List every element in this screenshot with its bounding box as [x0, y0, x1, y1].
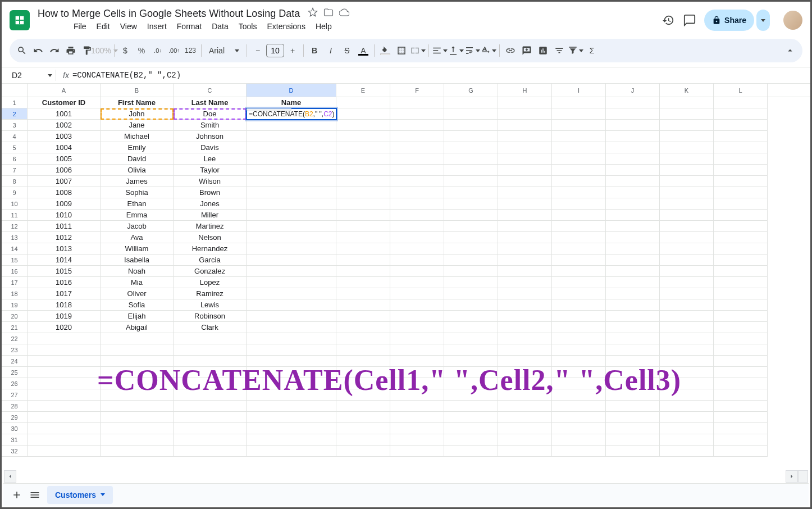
cell-H1[interactable]	[498, 97, 552, 108]
cell-G16[interactable]	[444, 266, 498, 277]
cell-C32[interactable]	[174, 446, 247, 457]
filter-button[interactable]	[551, 42, 567, 59]
column-header-H[interactable]: H	[498, 84, 552, 97]
cell-A2[interactable]: 1001	[28, 108, 101, 120]
row-header[interactable]: 22	[2, 333, 28, 344]
cell-F27[interactable]	[390, 389, 444, 401]
row-header[interactable]: 20	[2, 311, 28, 322]
row-header[interactable]: 7	[2, 165, 28, 176]
column-header-A[interactable]: A	[28, 84, 101, 97]
cell-J32[interactable]	[606, 446, 660, 457]
cell-A19[interactable]: 1018	[28, 299, 101, 311]
column-header-F[interactable]: F	[390, 84, 444, 97]
cell-A18[interactable]: 1017	[28, 288, 101, 299]
cell-L5[interactable]	[714, 142, 768, 153]
user-avatar[interactable]	[783, 11, 802, 30]
cell-K30[interactable]	[660, 423, 714, 434]
scroll-left-button[interactable]	[4, 470, 16, 483]
cell-A4[interactable]: 1003	[28, 131, 101, 142]
cell-B15[interactable]: Isabella	[101, 254, 174, 266]
cell-F30[interactable]	[390, 423, 444, 434]
share-dropdown-button[interactable]	[756, 10, 770, 31]
cell-L24[interactable]	[714, 356, 768, 367]
cell-D17[interactable]	[247, 277, 336, 288]
cell-C17[interactable]: Lopez	[174, 277, 247, 288]
cell-C8[interactable]: Wilson	[174, 176, 247, 187]
cell-I3[interactable]	[552, 120, 606, 131]
row-header[interactable]: 9	[2, 187, 28, 198]
cell-J14[interactable]	[606, 243, 660, 254]
cell-I25[interactable]	[552, 367, 606, 378]
text-rotation-button[interactable]	[481, 42, 496, 59]
cell-H15[interactable]	[498, 254, 552, 266]
cell-L3[interactable]	[714, 120, 768, 131]
menu-data[interactable]: Data	[207, 20, 233, 34]
cell-L7[interactable]	[714, 165, 768, 176]
cell-F24[interactable]	[390, 356, 444, 367]
cell-D12[interactable]	[247, 221, 336, 232]
cell-I14[interactable]	[552, 243, 606, 254]
cell-K26[interactable]	[660, 378, 714, 389]
row-header[interactable]: 28	[2, 401, 28, 412]
cell-I4[interactable]	[552, 131, 606, 142]
cell-C25[interactable]	[174, 367, 247, 378]
cell-J4[interactable]	[606, 131, 660, 142]
cell-E8[interactable]	[336, 176, 390, 187]
column-header-K[interactable]: K	[660, 84, 714, 97]
cell-C30[interactable]	[174, 423, 247, 434]
cell-I15[interactable]	[552, 254, 606, 266]
cell-D7[interactable]	[247, 165, 336, 176]
cell-C22[interactable]	[174, 333, 247, 344]
cell-K29[interactable]	[660, 412, 714, 423]
cell-D23[interactable]	[247, 344, 336, 356]
row-header[interactable]: 3	[2, 120, 28, 131]
cell-H18[interactable]	[498, 288, 552, 299]
star-icon[interactable]	[308, 7, 318, 20]
cell-H23[interactable]	[498, 344, 552, 356]
insert-comment-button[interactable]	[519, 42, 535, 59]
cell-C21[interactable]: Clark	[174, 322, 247, 333]
cell-B13[interactable]: Ava	[101, 232, 174, 243]
cell-J19[interactable]	[606, 299, 660, 311]
menu-insert[interactable]: Insert	[143, 20, 171, 34]
cell-A13[interactable]: 1012	[28, 232, 101, 243]
cell-I23[interactable]	[552, 344, 606, 356]
cell-L18[interactable]	[714, 288, 768, 299]
cell-H20[interactable]	[498, 311, 552, 322]
cell-E21[interactable]	[336, 322, 390, 333]
cell-K28[interactable]	[660, 401, 714, 412]
cell-G22[interactable]	[444, 333, 498, 344]
cell-F2[interactable]	[390, 108, 444, 120]
cell-A28[interactable]	[28, 401, 101, 412]
merge-cells-button[interactable]	[410, 42, 426, 59]
cell-F3[interactable]	[390, 120, 444, 131]
column-header-E[interactable]: E	[336, 84, 390, 97]
cell-B8[interactable]: James	[101, 176, 174, 187]
cell-L32[interactable]	[714, 446, 768, 457]
cell-L26[interactable]	[714, 378, 768, 389]
cell-K27[interactable]	[660, 389, 714, 401]
row-header[interactable]: 15	[2, 254, 28, 266]
row-header[interactable]: 18	[2, 288, 28, 299]
cell-G31[interactable]	[444, 434, 498, 446]
cell-J9[interactable]	[606, 187, 660, 198]
cell-J20[interactable]	[606, 311, 660, 322]
cell-G23[interactable]	[444, 344, 498, 356]
cell-H11[interactable]	[498, 210, 552, 221]
cell-H7[interactable]	[498, 165, 552, 176]
row-header[interactable]: 2	[2, 108, 28, 120]
cell-L4[interactable]	[714, 131, 768, 142]
italic-button[interactable]: I	[323, 42, 339, 59]
undo-button[interactable]	[30, 42, 46, 59]
sheet-tab-dropdown-icon[interactable]	[101, 493, 105, 496]
menu-tools[interactable]: Tools	[234, 20, 262, 34]
cell-A27[interactable]	[28, 389, 101, 401]
cell-B1[interactable]: First Name	[101, 97, 174, 108]
cell-C29[interactable]	[174, 412, 247, 423]
cell-G28[interactable]	[444, 401, 498, 412]
link-button[interactable]	[503, 42, 518, 59]
cell-K14[interactable]	[660, 243, 714, 254]
row-header[interactable]: 26	[2, 378, 28, 389]
cell-L25[interactable]	[714, 367, 768, 378]
cell-E18[interactable]	[336, 288, 390, 299]
